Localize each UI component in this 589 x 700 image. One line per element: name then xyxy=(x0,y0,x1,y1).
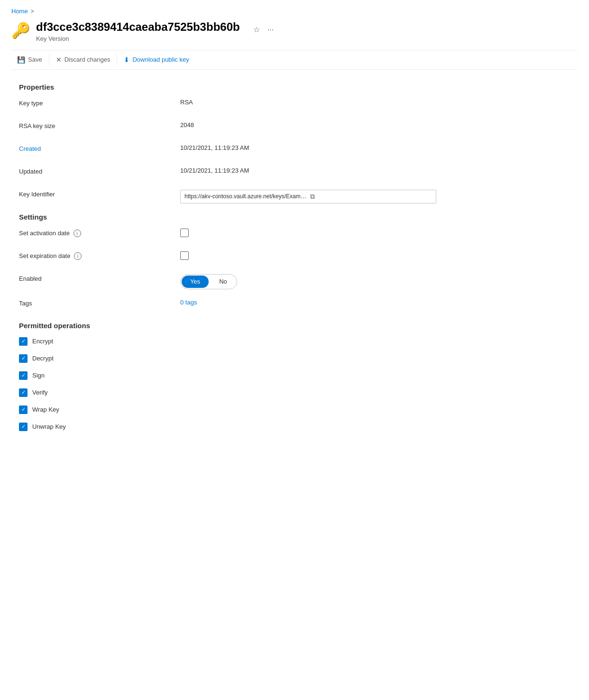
operation-checkbox-unwrap-key[interactable]: ✓ xyxy=(19,423,28,431)
operation-row: ✓Sign xyxy=(19,371,570,380)
more-options-icon[interactable]: ··· xyxy=(266,24,276,36)
activation-date-label: Set activation date i xyxy=(19,229,180,238)
operation-row: ✓Wrap Key xyxy=(19,405,570,414)
expiration-date-checkbox[interactable] xyxy=(180,251,570,261)
operation-checkbox-sign[interactable]: ✓ xyxy=(19,371,28,380)
operation-checkbox-decrypt[interactable]: ✓ xyxy=(19,354,28,363)
enabled-no-option[interactable]: No xyxy=(210,275,237,289)
updated-value: 10/21/2021, 11:19:23 AM xyxy=(180,167,570,174)
page-subtitle: Key Version xyxy=(36,35,240,42)
key-type-row: Key type RSA xyxy=(19,99,570,112)
key-icon: 🔑 xyxy=(11,21,30,39)
enabled-toggle: Yes No xyxy=(180,274,570,289)
expiration-date-label: Set expiration date i xyxy=(19,251,180,260)
tags-value[interactable]: 0 tags xyxy=(180,299,570,306)
toolbar-separator-2 xyxy=(117,54,117,65)
header-actions: ☆ ··· xyxy=(251,23,276,36)
rsa-key-size-row: RSA key size 2048 xyxy=(19,121,570,135)
settings-section: Settings Set activation date i Set expir… xyxy=(19,213,570,312)
created-value: 10/21/2021, 11:19:23 AM xyxy=(180,144,570,151)
tags-row: Tags 0 tags xyxy=(19,299,570,312)
pin-icon[interactable]: ☆ xyxy=(251,23,262,36)
tags-label: Tags xyxy=(19,299,180,307)
created-row: Created 10/21/2021, 11:19:23 AM xyxy=(19,144,570,157)
operation-label-unwrap-key: Unwrap Key xyxy=(32,423,66,430)
properties-section-title: Properties xyxy=(19,83,570,91)
breadcrumb-separator: > xyxy=(31,8,34,15)
save-icon: 💾 xyxy=(17,56,25,64)
copy-icon[interactable]: ⧉ xyxy=(310,193,432,201)
discard-icon: ✕ xyxy=(56,56,62,64)
download-icon: ⬇ xyxy=(124,56,129,64)
toolbar: 💾 Save ✕ Discard changes ⬇ Download publ… xyxy=(11,50,578,70)
activation-date-checkbox-box[interactable] xyxy=(180,229,189,237)
rsa-key-size-label: RSA key size xyxy=(19,121,180,129)
save-button[interactable]: 💾 Save xyxy=(11,53,48,66)
operations-section: Permitted operations ✓Encrypt✓Decrypt✓Si… xyxy=(19,322,570,431)
enabled-row: Enabled Yes No xyxy=(19,274,570,289)
operations-section-title: Permitted operations xyxy=(19,322,570,330)
breadcrumb-home-link[interactable]: Home xyxy=(11,8,28,15)
operation-checkbox-verify[interactable]: ✓ xyxy=(19,388,28,397)
content-area: Properties Key type RSA RSA key size 204… xyxy=(11,83,578,431)
created-label: Created xyxy=(19,144,180,152)
enabled-toggle-wrapper[interactable]: Yes No xyxy=(180,274,237,289)
breadcrumb: Home > xyxy=(11,8,578,15)
key-identifier-row: Key Identifier https://akv-contoso.vault… xyxy=(19,190,570,203)
updated-row: Updated 10/21/2021, 11:19:23 AM xyxy=(19,167,570,180)
key-identifier-label: Key Identifier xyxy=(19,190,180,198)
settings-section-title: Settings xyxy=(19,213,570,221)
operation-label-verify: Verify xyxy=(32,389,48,396)
operation-row: ✓Decrypt xyxy=(19,354,570,363)
operations-list: ✓Encrypt✓Decrypt✓Sign✓Verify✓Wrap Key✓Un… xyxy=(19,337,570,431)
expiration-date-row: Set expiration date i xyxy=(19,251,570,265)
rsa-key-size-value: 2048 xyxy=(180,121,570,129)
activation-date-checkbox[interactable] xyxy=(180,229,570,239)
key-id-text: https://akv-contoso.vault.azure.net/keys… xyxy=(184,193,306,200)
download-public-key-button[interactable]: ⬇ Download public key xyxy=(118,53,194,66)
operation-checkbox-encrypt[interactable]: ✓ xyxy=(19,337,28,346)
operation-row: ✓Verify xyxy=(19,388,570,397)
activation-date-info-icon[interactable]: i xyxy=(74,230,81,237)
operation-row: ✓Encrypt xyxy=(19,337,570,346)
expiration-date-checkbox-box[interactable] xyxy=(180,251,189,260)
operation-checkbox-wrap-key[interactable]: ✓ xyxy=(19,405,28,414)
toolbar-separator-1 xyxy=(49,54,49,65)
header-text: df3cce3c8389414caeaba7525b3bb60b Key Ver… xyxy=(36,20,240,42)
enabled-yes-option[interactable]: Yes xyxy=(182,276,209,288)
key-type-label: Key type xyxy=(19,99,180,107)
operation-label-encrypt: Encrypt xyxy=(32,338,53,345)
updated-label: Updated xyxy=(19,167,180,175)
tags-link[interactable]: 0 tags xyxy=(180,299,197,306)
discard-button[interactable]: ✕ Discard changes xyxy=(50,53,116,66)
activation-date-row: Set activation date i xyxy=(19,229,570,242)
page-title: df3cce3c8389414caeaba7525b3bb60b xyxy=(36,20,240,34)
expiration-date-info-icon[interactable]: i xyxy=(74,252,82,260)
operation-row: ✓Unwrap Key xyxy=(19,423,570,431)
enabled-label: Enabled xyxy=(19,274,180,282)
operation-label-wrap-key: Wrap Key xyxy=(32,406,59,413)
operation-label-sign: Sign xyxy=(32,372,45,379)
key-identifier-value: https://akv-contoso.vault.azure.net/keys… xyxy=(180,190,570,203)
key-type-value: RSA xyxy=(180,99,570,106)
page-header: 🔑 df3cce3c8389414caeaba7525b3bb60b Key V… xyxy=(11,20,578,42)
operation-label-decrypt: Decrypt xyxy=(32,355,54,362)
key-id-box: https://akv-contoso.vault.azure.net/keys… xyxy=(180,190,436,203)
